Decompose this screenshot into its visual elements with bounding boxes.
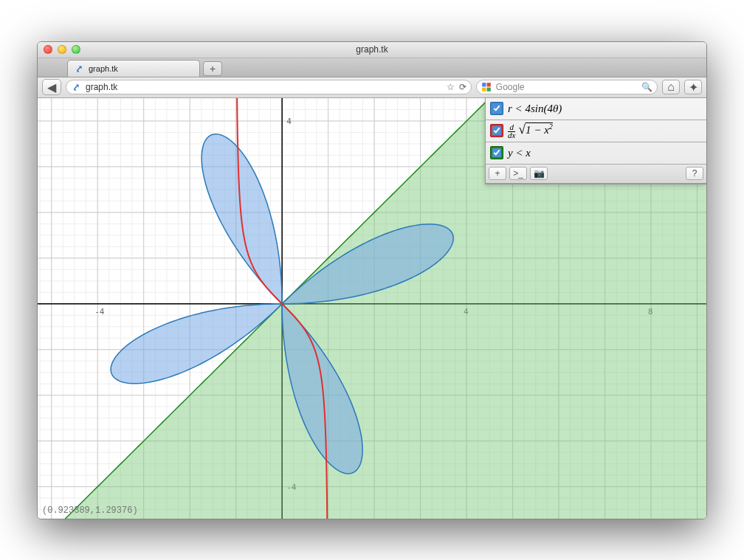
chevron-left-icon: ◀ [47,80,56,94]
equation-formula[interactable]: r < 4sin(4θ) [508,103,562,115]
equation-formula[interactable]: ddx √1 − x2 [508,122,553,139]
bookmarks-button[interactable]: ✦ [684,80,702,94]
tab-graphtk[interactable]: ⤤ graph.tk [67,60,200,77]
zoom-button[interactable] [72,45,80,54]
equation-visibility-checkbox[interactable] [492,126,501,135]
browser-window: graph.tk ⤤ graph.tk + ◀ ⤤ graph.tk ☆ ⟳ [37,41,707,519]
svg-text:4: 4 [286,116,292,125]
window-controls [44,45,80,54]
equation-formula[interactable]: y < x [508,147,531,159]
camera-button[interactable]: 📷 [530,167,548,180]
minimize-button[interactable] [58,45,66,54]
equation-visibility-checkbox[interactable] [492,148,501,157]
home-button[interactable]: ⌂ [662,80,680,94]
titlebar: graph.tk [38,42,706,58]
equation-color-swatch[interactable] [490,124,503,137]
equation-row[interactable]: ddx √1 − x2 [486,120,706,142]
google-logo-icon [481,82,492,92]
help-button[interactable]: ? [686,167,703,180]
close-button[interactable] [44,45,52,54]
back-button[interactable]: ◀ [42,79,61,95]
search-icon[interactable]: 🔍 [641,82,652,92]
url-toolbar: ◀ ⤤ graph.tk ☆ ⟳ Google 🔍 ⌂ ✦ [38,77,706,98]
svg-rect-0 [482,83,486,86]
coordinates-readout: (0.923389,1.29376) [42,505,138,516]
tab-favicon-icon: ⤤ [74,63,84,74]
search-placeholder: Google [496,82,525,92]
search-field[interactable]: Google 🔍 [476,80,658,94]
url-text: graph.tk [86,82,117,92]
home-icon: ⌂ [667,80,675,94]
add-equation-button[interactable]: + [489,167,506,180]
equation-color-swatch[interactable] [490,146,503,159]
bookmark-star-icon[interactable]: ☆ [447,82,455,92]
star-icon: ✦ [689,80,698,94]
window-title: graph.tk [356,44,388,55]
equation-row[interactable]: y < x [486,142,706,165]
content-area: -448-44 r < 4sin(4θ)ddx √1 − x2y < x + >… [38,98,706,519]
address-bar[interactable]: ⤤ graph.tk ☆ ⟳ [66,80,472,94]
tab-label: graph.tk [89,64,118,73]
equation-visibility-checkbox[interactable] [492,104,501,113]
reload-icon[interactable]: ⟳ [459,82,466,92]
new-tab-button[interactable]: + [203,61,222,76]
svg-rect-2 [482,88,486,91]
equation-row[interactable]: r < 4sin(4θ) [486,98,706,120]
terminal-button[interactable]: >_ [509,167,527,180]
svg-text:-4: -4 [94,306,105,316]
svg-rect-1 [486,83,490,86]
equation-panel: r < 4sin(4θ)ddx √1 − x2y < x + >_ 📷 ? [485,98,706,184]
tab-bar: ⤤ graph.tk + [38,58,706,77]
equation-color-swatch[interactable] [490,102,503,115]
url-favicon-icon: ⤤ [71,82,81,92]
svg-rect-3 [486,88,490,91]
panel-toolbar: + >_ 📷 ? [486,165,706,184]
